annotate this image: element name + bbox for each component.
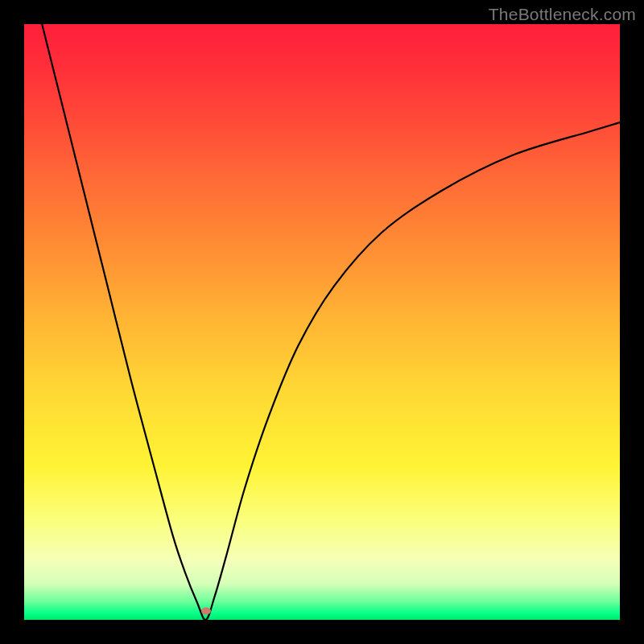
optimal-marker (201, 607, 211, 614)
bottleneck-curve (42, 24, 620, 620)
plot-area (24, 24, 620, 620)
curve-svg (24, 24, 620, 620)
chart-frame: TheBottleneck.com (0, 0, 644, 644)
watermark-text: TheBottleneck.com (489, 5, 636, 24)
